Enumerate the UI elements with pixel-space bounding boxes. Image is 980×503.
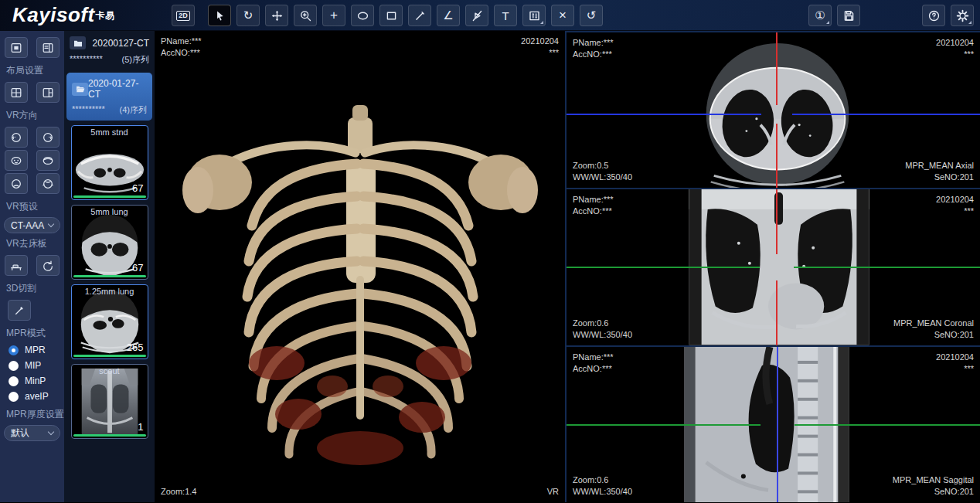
crosshair-button[interactable]: + (322, 5, 345, 26)
mpr-mode-option-mip[interactable]: MIP (0, 358, 64, 373)
layout-select-button[interactable]: ① (808, 5, 832, 26)
save-button[interactable] (837, 5, 860, 26)
scalpel-icon (13, 304, 26, 317)
vr-head-front-button[interactable] (5, 150, 28, 171)
thumbnail-5mm-lung[interactable]: 5mm lung 67 (71, 205, 148, 280)
zoom-tool-button[interactable] (294, 5, 317, 26)
vr-preset-label: VR预设 (0, 196, 64, 216)
ellipse-roi-button[interactable] (351, 5, 374, 26)
bed-reset-button[interactable] (36, 255, 60, 276)
vr-head-bottom-button[interactable] (36, 173, 60, 194)
layout-tool-group: ① (808, 5, 860, 26)
pan-icon (271, 9, 284, 22)
window-level-button[interactable] (522, 5, 546, 26)
head-back-icon (42, 155, 54, 167)
thumbnail-scout[interactable]: scout 1 (71, 364, 148, 439)
text-annotation-button[interactable]: T (494, 5, 517, 26)
patient-info-overlay: PName:***AccNO:*** (573, 352, 614, 375)
vr-preset-value: CT-AAA (11, 220, 44, 231)
ct-viewer-window: Kayisoft卡易 2D ↻ + ∠ (0, 0, 980, 503)
crosshair-icon: + (330, 8, 338, 23)
cursor-button[interactable] (208, 5, 231, 26)
measure-button[interactable] (408, 5, 431, 26)
crosshair-green-horizontal[interactable] (567, 267, 760, 268)
settings-button[interactable] (951, 5, 974, 26)
zoom-wwwl-overlay: Zoom:0.6WW/WL:350/40 (573, 318, 632, 341)
vr-head-right-button[interactable] (36, 127, 60, 148)
layout-single-button[interactable] (5, 37, 28, 58)
top-toolbar: Kayisoft卡易 2D ↻ + ∠ (0, 0, 980, 31)
crosshair-blue-horizontal[interactable] (792, 114, 980, 115)
cine-icon: ↻ (243, 8, 254, 22)
zoom-wwwl-overlay: Zoom:0.5WW/WL:350/40 (573, 160, 632, 183)
thumbnail-image-count: 265 (127, 342, 144, 353)
mpr-thickness-select[interactable]: 默认 (4, 425, 60, 441)
delete-x-icon: × (559, 8, 567, 23)
crosshair-red-vertical[interactable] (776, 32, 778, 105)
cine-scroll-button[interactable]: ↻ (236, 5, 260, 26)
cobb-angle-button[interactable] (465, 5, 488, 26)
remove-bed-button[interactable] (5, 255, 28, 276)
thumbnail-image (72, 365, 148, 438)
pan-button[interactable] (265, 5, 288, 26)
crosshair-green-horizontal[interactable] (567, 424, 761, 426)
mpr-panel: PName:***AccNO:*** 20210204*** Zoom:0.5W… (567, 31, 980, 502)
window-level-icon (528, 9, 541, 22)
thumbnail-label: scout (72, 366, 148, 376)
layout-grid-button[interactable] (5, 82, 28, 103)
render-mode-overlay: VR (547, 486, 559, 498)
reset-button[interactable]: ↺ (580, 5, 603, 26)
right-tool-group (922, 5, 974, 26)
crosshair-red-vertical[interactable] (776, 189, 778, 254)
dropdown-corner (540, 21, 543, 24)
crosshair-red-vertical[interactable] (776, 124, 778, 188)
study-item-1[interactable]: 20200127-CT **********(5)序列 (64, 31, 155, 70)
delete-annotation-button[interactable]: × (551, 5, 574, 26)
study-date-overlay: 20210204*** (936, 352, 974, 375)
scalpel-button[interactable] (8, 300, 31, 321)
angle-button[interactable]: ∠ (437, 5, 460, 26)
crosshair-blue-vertical[interactable] (777, 347, 778, 502)
head-right-icon (42, 131, 54, 144)
mpr-coronal-viewport[interactable]: PName:***AccNO:*** 20210204*** Zoom:0.6W… (567, 188, 980, 345)
vr-viewport[interactable]: PName:***AccNO:*** 20210204*** Zoom:1.4 … (155, 31, 567, 502)
vr-ribcage-rendering (155, 31, 567, 502)
vr-head-left-button[interactable] (5, 127, 28, 148)
text-icon: T (502, 9, 509, 22)
rectangle-roi-button[interactable] (379, 5, 403, 26)
study-item-2-selected[interactable]: 2020-01-27-CT **********(4)序列 (66, 73, 152, 121)
zoom-wwwl-overlay: Zoom:0.6WW/WL:350/40 (573, 474, 632, 498)
2d-view-button[interactable]: 2D (172, 5, 195, 26)
thumbnail-5mm-stnd[interactable]: 5mm stnd 67 (71, 125, 148, 200)
thumbnail-label: 5mm lung (72, 207, 148, 216)
patient-info-overlay: PName:***AccNO:*** (161, 36, 202, 59)
thumbnail-1-25mm-lung[interactable]: 1.25mm lung 265 (71, 284, 148, 359)
folder-open-icon (72, 83, 88, 96)
study-title: 2020-01-27-CT (88, 78, 147, 100)
head-bottom-icon (42, 178, 54, 190)
layout-split-button[interactable] (36, 82, 60, 103)
crosshair-green-horizontal[interactable] (794, 267, 980, 268)
chevron-down-icon (48, 221, 54, 227)
mpr-mode-option-minp[interactable]: MinP (0, 373, 64, 389)
vr-preset-select[interactable]: CT-AAA (4, 217, 60, 233)
mpr-mode-option-mpr[interactable]: MPR (0, 342, 64, 358)
vr-head-top-button[interactable] (5, 173, 28, 194)
crosshair-green-horizontal[interactable] (795, 424, 980, 426)
help-button[interactable] (922, 5, 945, 26)
mpr-mode-option-aveip[interactable]: aveIP (0, 389, 64, 404)
mpr-sagittal-viewport[interactable]: PName:***AccNO:*** 20210204*** Zoom:0.6W… (567, 345, 980, 502)
dropdown-corner (826, 21, 829, 24)
crosshair-red-vertical[interactable] (776, 280, 778, 345)
head-top-icon (10, 178, 22, 190)
pencil-measure-icon (413, 9, 427, 22)
vr-head-back-button[interactable] (36, 150, 60, 171)
crosshair-blue-horizontal[interactable] (567, 114, 761, 115)
mpr-axial-viewport[interactable]: PName:***AccNO:*** 20210204*** Zoom:0.5W… (567, 31, 980, 188)
app-logo: Kayisoft卡易 (12, 3, 115, 27)
layout-report-button[interactable] (36, 37, 60, 58)
series-info-overlay: MPR_MEAN CoronalSeNO:201 (893, 318, 974, 341)
thumbnail-progress-bar (73, 195, 146, 198)
rectangle-icon (385, 9, 398, 22)
bed-icon (10, 260, 22, 272)
